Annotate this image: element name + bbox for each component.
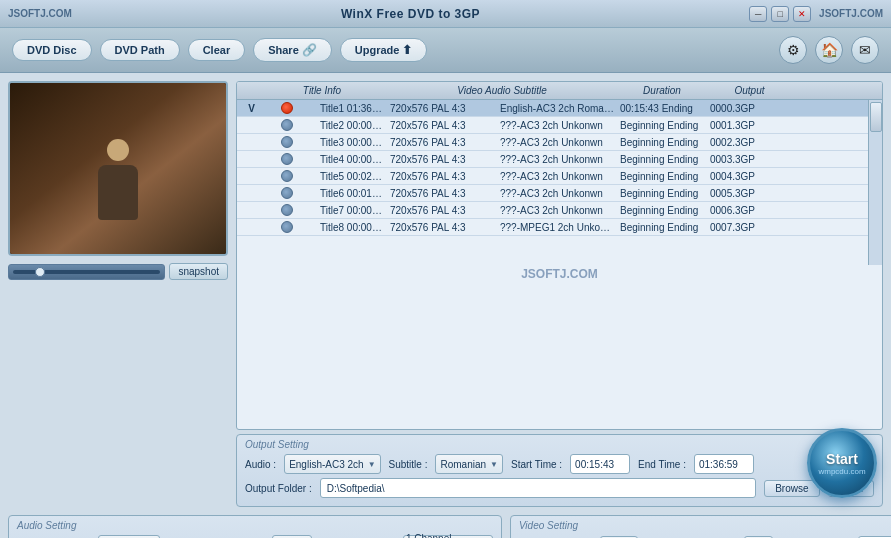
- output-folder-row: Output Folder : Browse Open: [245, 478, 874, 498]
- table-row[interactable]: Title5 00:02:29 720x576 PAL 4:3 ???-AC3 …: [237, 168, 868, 185]
- seekbar[interactable]: [8, 264, 165, 280]
- title-bar: JSOFTJ.COM WinX Free DVD to 3GP ─ □ ✕ JS…: [0, 0, 891, 28]
- table-row[interactable]: Title4 00:00:12 720x576 PAL 4:3 ???-AC3 …: [237, 151, 868, 168]
- subtitle-select-arrow: ▼: [490, 460, 498, 469]
- start-sub-label: wmpcdu.com: [818, 467, 865, 476]
- mail-icon-button[interactable]: ✉: [851, 36, 879, 64]
- upgrade-button[interactable]: Upgrade ⬆: [340, 38, 428, 62]
- table-scrollbar[interactable]: [868, 100, 882, 265]
- audio-label: Audio :: [245, 459, 276, 470]
- upgrade-icon: ⬆: [402, 43, 412, 57]
- preview-figure: [88, 139, 148, 239]
- preview-panel: snapshot: [8, 81, 228, 507]
- titles-panel: Title Info Video Audio Subtitle Duration…: [236, 81, 883, 507]
- title-bar-right-logo: JSOFTJ.COM: [819, 8, 883, 19]
- main-content: snapshot Title Info Video Audio Subtitle…: [0, 73, 891, 515]
- share-button[interactable]: Share 🔗: [253, 38, 332, 62]
- table-row[interactable]: Title2 00:00:44 720x576 PAL 4:3 ???-AC3 …: [237, 117, 868, 134]
- settings-icon-button[interactable]: ⚙: [779, 36, 807, 64]
- subtitle-label: Subtitle :: [389, 459, 428, 470]
- minimize-button[interactable]: ─: [749, 6, 767, 22]
- table-header: Title Info Video Audio Subtitle Duration…: [237, 82, 882, 100]
- start-time-input[interactable]: [570, 454, 630, 474]
- end-time-label: End Time :: [638, 459, 686, 470]
- close-button[interactable]: ✕: [793, 6, 811, 22]
- share-icon: 🔗: [302, 43, 317, 57]
- table-watermark: JSOFTJ.COM: [237, 265, 882, 283]
- output-audio-row: Audio : English-AC3 2ch ▼ Subtitle : Rom…: [245, 454, 874, 474]
- folder-label: Output Folder :: [245, 483, 312, 494]
- audio-setting-title: Audio Setting: [17, 520, 493, 531]
- video-setting-panel: Video Setting Video Format : 3GP ▼ Video…: [510, 515, 891, 538]
- table-row[interactable]: Title6 00:01:41 720x576 PAL 4:3 ???-AC3 …: [237, 185, 868, 202]
- maximize-button[interactable]: □: [771, 6, 789, 22]
- folder-input[interactable]: [320, 478, 756, 498]
- audio-select[interactable]: English-AC3 2ch ▼: [284, 454, 380, 474]
- table-body: V Title1 01:36:59 720x576 PAL 4:3 Englis…: [237, 100, 868, 265]
- dvd-disc-button[interactable]: DVD Disc: [12, 39, 92, 61]
- video-preview: [8, 81, 228, 256]
- header-title-info: Title Info: [257, 85, 387, 96]
- toolbar: DVD Disc DVD Path Clear Share 🔗 Upgrade …: [0, 28, 891, 73]
- start-button[interactable]: Start wmpcdu.com: [807, 428, 877, 498]
- header-check: [237, 85, 257, 96]
- seek-thumb[interactable]: [35, 267, 45, 277]
- start-time-label: Start Time :: [511, 459, 562, 470]
- titles-table: Title Info Video Audio Subtitle Duration…: [236, 81, 883, 430]
- header-duration: Duration: [617, 85, 707, 96]
- table-row[interactable]: Title8 00:00:15 720x576 PAL 4:3 ???-MPEG…: [237, 219, 868, 236]
- start-label: Start: [826, 451, 858, 467]
- end-time-input[interactable]: [694, 454, 754, 474]
- snapshot-button[interactable]: snapshot: [169, 263, 228, 280]
- window-title: WinX Free DVD to 3GP: [341, 7, 480, 21]
- output-setting-title: Output Setting: [245, 439, 874, 450]
- start-button-container: Start wmpcdu.com: [807, 428, 877, 498]
- header-output: Output: [707, 85, 792, 96]
- seek-track[interactable]: [13, 270, 160, 274]
- output-setting-panel: Output Setting Audio : English-AC3 2ch ▼…: [236, 434, 883, 507]
- clear-button[interactable]: Clear: [188, 39, 246, 61]
- audio-select-arrow: ▼: [368, 460, 376, 469]
- table-row[interactable]: Title7 00:00:35 720x576 PAL 4:3 ???-AC3 …: [237, 202, 868, 219]
- header-video-audio: Video Audio Subtitle: [387, 85, 617, 96]
- window-controls: ─ □ ✕: [749, 6, 811, 22]
- subtitle-select[interactable]: Romanian ▼: [435, 454, 503, 474]
- title-bar-left-logo: JSOFTJ.COM: [8, 8, 72, 19]
- table-row[interactable]: Title3 00:00:22 720x576 PAL 4:3 ???-AC3 …: [237, 134, 868, 151]
- bottom-settings: Audio Setting Audio Format : libamr_nb ▼…: [0, 515, 891, 538]
- table-row[interactable]: V Title1 01:36:59 720x576 PAL 4:3 Englis…: [237, 100, 868, 117]
- dvd-path-button[interactable]: DVD Path: [100, 39, 180, 61]
- video-setting-title: Video Setting: [519, 520, 891, 531]
- home-icon-button[interactable]: 🏠: [815, 36, 843, 64]
- audio-setting-panel: Audio Setting Audio Format : libamr_nb ▼…: [8, 515, 502, 538]
